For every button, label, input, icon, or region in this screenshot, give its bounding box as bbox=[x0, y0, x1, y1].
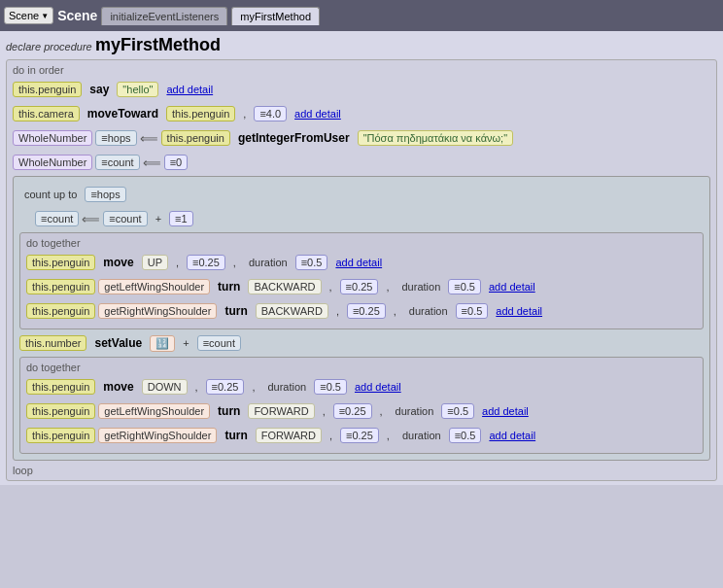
comma-2: , bbox=[171, 256, 184, 269]
number-obj[interactable]: this.number bbox=[19, 335, 86, 351]
rwing-dist-2[interactable]: ≡0.25 bbox=[340, 428, 379, 443]
dur-label-6: duration bbox=[397, 429, 446, 442]
count-var-decl[interactable]: ≡count bbox=[95, 155, 139, 170]
move-method-1: move bbox=[98, 255, 138, 270]
move-up-detail[interactable]: add detail bbox=[330, 256, 387, 269]
scene-button[interactable]: Scene ▼ bbox=[4, 7, 53, 24]
say-method: say bbox=[85, 82, 114, 97]
dir-backward-2[interactable]: BACKWARD bbox=[256, 303, 328, 319]
lwing-detail[interactable]: add detail bbox=[484, 280, 540, 294]
dir-forward-2[interactable]: FORWARD bbox=[256, 428, 322, 443]
penguin-obj-9[interactable]: this.penguin bbox=[26, 428, 95, 443]
do-in-order-label: do in order bbox=[13, 64, 710, 76]
camera-move-stmt: this.camera moveToward this.penguin , ≡4… bbox=[13, 103, 710, 124]
dir-down[interactable]: DOWN bbox=[142, 379, 188, 395]
penguin-obj-3[interactable]: this.penguin bbox=[161, 130, 230, 146]
lwing-detail-2[interactable]: add detail bbox=[477, 404, 534, 418]
penguin-obj-2[interactable]: this.penguin bbox=[166, 106, 235, 121]
comma-5: , bbox=[381, 280, 394, 294]
inc-val[interactable]: ≡1 bbox=[169, 211, 193, 226]
get-right-wing-2[interactable]: getRightWingShoulder bbox=[98, 428, 217, 443]
penguin-obj-7[interactable]: this.penguin bbox=[26, 379, 95, 395]
turn-method-3: turn bbox=[213, 403, 245, 419]
count-var-lhs[interactable]: ≡count bbox=[35, 211, 79, 226]
rwing-dur-2[interactable]: ≡0.5 bbox=[449, 428, 482, 443]
camera-add-detail[interactable]: add detail bbox=[290, 107, 346, 121]
lwing-dur[interactable]: ≡0.5 bbox=[448, 279, 481, 294]
move-down-detail[interactable]: add detail bbox=[350, 380, 406, 394]
count-up-block: count up to ≡hops ≡count ⟸ ≡count + ≡1 d… bbox=[13, 176, 710, 461]
hops-var[interactable]: ≡hops bbox=[95, 130, 136, 146]
dir-forward-1[interactable]: FORWARD bbox=[248, 403, 314, 419]
hops-type[interactable]: WholeNumber bbox=[13, 130, 92, 146]
rwing-detail-2[interactable]: add detail bbox=[484, 429, 540, 442]
plus-2: + bbox=[178, 336, 193, 350]
lwing-dist[interactable]: ≡0.25 bbox=[340, 279, 379, 294]
move-up-dur[interactable]: ≡0.5 bbox=[295, 255, 328, 270]
dir-backward-1[interactable]: BACKWARD bbox=[248, 279, 321, 294]
hello-string[interactable]: "hello" bbox=[117, 82, 158, 97]
count-init-val[interactable]: ≡0 bbox=[164, 155, 189, 170]
get-left-wing[interactable]: getLeftWingShoulder bbox=[98, 279, 210, 294]
procedure-header: declare procedure myFirstMethod bbox=[6, 35, 717, 55]
say-add-detail[interactable]: add detail bbox=[161, 83, 218, 96]
penguin-obj-5[interactable]: this.penguin bbox=[26, 279, 95, 294]
hops-prompt[interactable]: "Πόσα πηδηματάκια να κάνω;" bbox=[358, 130, 513, 146]
rwing-detail[interactable]: add detail bbox=[491, 304, 547, 318]
main-content: declare procedure myFirstMethod do in or… bbox=[0, 31, 723, 485]
count-var-rhs[interactable]: ≡count bbox=[103, 211, 147, 226]
get-right-wing[interactable]: getRightWingShoulder bbox=[98, 303, 217, 319]
procedure-name: myFirstMethod bbox=[95, 35, 221, 54]
dur-label-4: duration bbox=[262, 380, 311, 394]
count-arrow: ⟸ bbox=[143, 156, 161, 170]
left-wing-backward-stmt: this.penguin getLeftWingShoulder turn BA… bbox=[26, 276, 697, 297]
set-value-method: setValue bbox=[89, 335, 147, 351]
hops-decl-stmt: WholeNumber ≡hops ⟸ this.penguin getInte… bbox=[13, 127, 710, 149]
get-integer-method: getIntegerFromUser bbox=[233, 130, 355, 146]
comma-4: , bbox=[325, 280, 337, 294]
move-down-dur[interactable]: ≡0.5 bbox=[314, 379, 347, 395]
penguin-obj-6[interactable]: this.penguin bbox=[26, 303, 95, 319]
count-up-header: count up to ≡hops bbox=[19, 184, 704, 205]
penguin-obj-8[interactable]: this.penguin bbox=[26, 403, 95, 419]
do-together-1-block: do together this.penguin move UP , ≡0.25… bbox=[19, 232, 704, 329]
lwing-dur-2[interactable]: ≡0.5 bbox=[441, 403, 474, 419]
move-up-dist[interactable]: ≡0.25 bbox=[187, 255, 225, 270]
get-left-wing-2[interactable]: getLeftWingShoulder bbox=[98, 403, 210, 419]
tab-myfirstmethod[interactable]: myFirstMethod bbox=[231, 7, 320, 25]
rwing-dur[interactable]: ≡0.5 bbox=[456, 303, 489, 319]
camera-dist[interactable]: ≡4.0 bbox=[254, 106, 287, 121]
dropdown-arrow-icon: ▼ bbox=[41, 12, 49, 20]
comma-10: , bbox=[318, 404, 330, 418]
turn-method-4: turn bbox=[220, 428, 252, 443]
rwing-dist[interactable]: ≡0.25 bbox=[347, 303, 386, 319]
comma-6: , bbox=[331, 304, 344, 318]
penguin-move-down-stmt: this.penguin move DOWN , ≡0.25 , duratio… bbox=[26, 376, 697, 398]
tab-initialize[interactable]: initializeEventListeners bbox=[101, 7, 227, 25]
move-method-2: move bbox=[98, 379, 138, 395]
scene-label: Scene bbox=[9, 10, 39, 21]
hops-ref[interactable]: ≡hops bbox=[85, 187, 125, 202]
count-inc-arrow: ⟸ bbox=[82, 212, 100, 226]
move-down-dist[interactable]: ≡0.25 bbox=[206, 379, 245, 395]
do-together-1-label: do together bbox=[26, 237, 697, 249]
turn-method-1: turn bbox=[213, 279, 245, 294]
count-type[interactable]: WholeNumber bbox=[13, 155, 92, 170]
count-up-label: count up to bbox=[19, 188, 82, 201]
scene-title: Scene bbox=[57, 8, 97, 23]
right-wing-backward-stmt: this.penguin getRightWingShoulder turn B… bbox=[26, 300, 697, 322]
count-var-sv[interactable]: ≡count bbox=[197, 335, 241, 351]
set-value-stmt: this.number setValue 🔢 + ≡count bbox=[19, 332, 704, 354]
penguin-obj-1[interactable]: this.penguin bbox=[13, 82, 82, 97]
do-in-order-block: do in order this.penguin say "hello" add… bbox=[6, 59, 717, 481]
do-together-2-block: do together this.penguin move DOWN , ≡0.… bbox=[19, 357, 704, 454]
dir-up[interactable]: UP bbox=[142, 255, 168, 270]
comma-1: , bbox=[238, 107, 251, 121]
set-value-icon[interactable]: 🔢 bbox=[150, 335, 175, 352]
penguin-obj-4[interactable]: this.penguin bbox=[26, 255, 95, 270]
lwing-dist-2[interactable]: ≡0.25 bbox=[333, 403, 372, 419]
left-wing-forward-stmt: this.penguin getLeftWingShoulder turn FO… bbox=[26, 400, 697, 422]
plus-sign: + bbox=[151, 212, 166, 225]
comma-11: , bbox=[375, 404, 388, 418]
camera-obj[interactable]: this.camera bbox=[13, 106, 80, 121]
